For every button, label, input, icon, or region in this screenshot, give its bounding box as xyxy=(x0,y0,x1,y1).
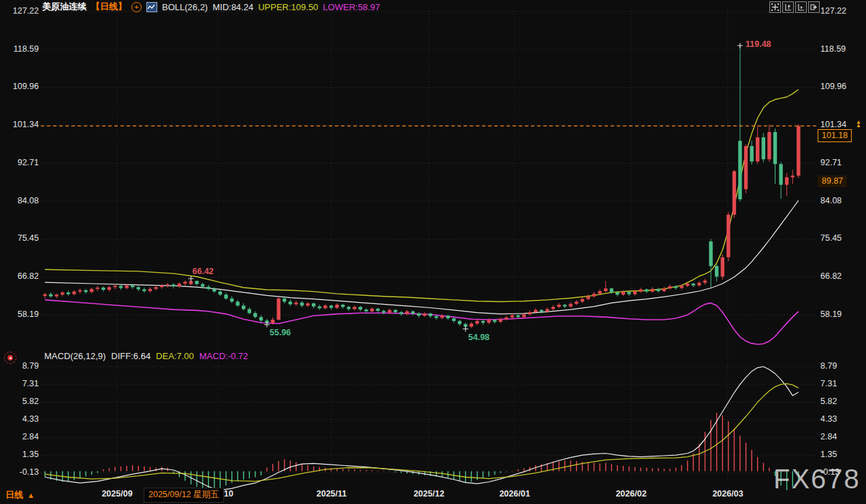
candle-body xyxy=(452,318,455,321)
boll-mid-line xyxy=(45,201,799,314)
live-record-icon xyxy=(4,352,16,364)
candle-body xyxy=(306,303,309,305)
candle-body xyxy=(692,284,695,286)
boll-upper-line xyxy=(45,90,799,302)
price-tick-label-left: 109.96 xyxy=(13,82,39,91)
y-axis-scale-icon[interactable] xyxy=(782,1,794,13)
macd-tick-label-left: -0.13 xyxy=(20,467,39,477)
x-axis-scale-icon[interactable] xyxy=(795,1,807,13)
low-price-annotation: 54.98 xyxy=(468,333,490,342)
candle-body xyxy=(697,283,701,286)
candle-body xyxy=(557,305,560,307)
candle-body xyxy=(212,289,216,292)
candle-body xyxy=(183,282,187,284)
macd-dea-line xyxy=(45,384,799,481)
period-tag[interactable]: 【日线】 xyxy=(91,1,127,13)
candle-body xyxy=(230,299,234,302)
candle-body xyxy=(219,292,222,295)
timeframe-selector[interactable]: 日线 ▲ xyxy=(5,489,35,501)
price-tick-label-left: 127.22 xyxy=(13,6,39,16)
price-tick-label-left: 101.34 xyxy=(13,120,39,129)
candle-body xyxy=(458,321,461,324)
candle-body xyxy=(581,299,584,302)
candle-body xyxy=(43,295,46,297)
candle-body xyxy=(347,307,350,309)
candle-body xyxy=(49,295,52,297)
candle-body xyxy=(721,257,724,276)
extreme-marker-icon xyxy=(737,43,743,48)
candle-body xyxy=(312,303,315,307)
candle-body xyxy=(253,313,257,317)
candle-body xyxy=(615,292,619,295)
candle-body xyxy=(545,309,549,312)
candle-body xyxy=(195,281,198,284)
candle-body xyxy=(773,132,777,164)
candle-body xyxy=(680,286,684,288)
candle-body xyxy=(470,324,473,327)
candle-body xyxy=(131,286,134,288)
month-label: 2025/11 xyxy=(317,489,347,499)
macd-tick-label-left: 1.35 xyxy=(22,450,39,459)
candle-body xyxy=(762,137,765,159)
last-price-badge: 101.18 xyxy=(818,129,852,142)
candle-body xyxy=(563,305,566,307)
candle-body xyxy=(142,289,146,291)
candle-body xyxy=(656,289,660,291)
candle-body xyxy=(172,284,175,286)
candlestick-chart-canvas[interactable] xyxy=(0,0,866,504)
candle-body xyxy=(715,266,718,277)
crosshair-date-tooltip: 2025/09/12 星期五 xyxy=(144,488,224,503)
pane-expand-icon[interactable] xyxy=(808,1,820,13)
candle-body xyxy=(236,301,239,305)
extreme-marker-icon xyxy=(189,276,194,282)
price-tick-label-right: 118.59 xyxy=(820,44,846,54)
candle-body xyxy=(101,288,105,290)
candle-body xyxy=(540,310,543,312)
macd-tick-label-left: 7.31 xyxy=(22,379,39,388)
crosshair-move-icon[interactable] xyxy=(769,1,781,13)
price-tick-label-right: 84.08 xyxy=(820,196,841,205)
candle-body xyxy=(165,284,169,285)
candle-body xyxy=(388,310,391,313)
timeframe-label[interactable]: 日线 xyxy=(5,489,23,501)
candle-body xyxy=(61,292,64,295)
price-tick-label-right: 75.45 xyxy=(820,233,841,243)
candle-body xyxy=(119,286,123,288)
price-tick-label-left: 58.19 xyxy=(18,309,39,319)
candle-body xyxy=(475,321,479,324)
candle-body xyxy=(84,290,87,292)
candle-body xyxy=(148,289,152,291)
candle-body xyxy=(586,297,590,299)
candle-body xyxy=(726,215,730,258)
candle-body xyxy=(224,295,227,299)
candle-body xyxy=(364,309,368,312)
candle-body xyxy=(300,303,304,306)
high-price-annotation: 119.48 xyxy=(745,39,771,49)
candle-body xyxy=(592,294,596,297)
candle-body xyxy=(283,299,286,302)
candle-body xyxy=(248,309,251,313)
month-label: 2025/12 xyxy=(413,489,444,499)
candle-body xyxy=(294,303,298,305)
macd-tick-label-left: 4.33 xyxy=(22,414,39,424)
boll-lower-value: LOWER:58.97 xyxy=(323,2,380,12)
candle-body xyxy=(154,287,157,289)
candle-body xyxy=(610,288,613,292)
candle-body xyxy=(662,288,666,291)
macd-diff-value: DIFF:6.64 xyxy=(111,351,150,361)
candle-body xyxy=(108,287,111,290)
add-indicator-icon[interactable]: + xyxy=(131,2,142,12)
chart-toolbar xyxy=(769,1,820,13)
candle-body xyxy=(271,320,274,323)
candle-body xyxy=(353,307,356,309)
month-label: 2026/03 xyxy=(712,489,743,499)
boll-label: BOLL(26,2) xyxy=(162,2,208,12)
candle-body xyxy=(113,286,116,287)
price-up-arrow-icon: ▲▲ xyxy=(856,120,861,127)
indicator-chart-icon[interactable] xyxy=(146,2,157,12)
candle-body xyxy=(394,310,397,312)
candle-body xyxy=(481,321,485,323)
candle-body xyxy=(668,286,671,288)
candle-body xyxy=(335,305,338,308)
chevron-up-icon[interactable]: ▲ xyxy=(27,491,35,499)
